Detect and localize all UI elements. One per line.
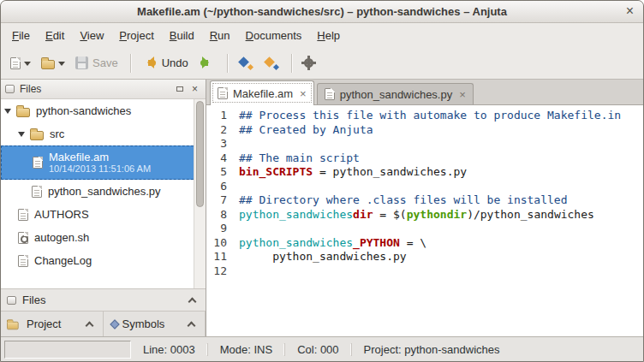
menu-view[interactable]: View — [72, 25, 111, 46]
anjuta-window: Makefile.am (~/python-sandwiches/src) – … — [0, 0, 644, 362]
collapse-up-icon[interactable] — [85, 322, 93, 330]
menu-documents[interactable]: Documents — [238, 25, 310, 46]
code-line[interactable]: 9 — [206, 222, 643, 236]
file-icon — [325, 88, 335, 100]
titlebar[interactable]: Makefile.am (~/python-sandwiches/src) – … — [1, 1, 643, 23]
code-line-text: ## Directory where .class files will be … — [239, 193, 568, 208]
symbols-icon — [110, 319, 119, 329]
code-line[interactable]: 3 — [206, 137, 643, 151]
menu-edit[interactable]: Edit — [38, 25, 72, 46]
line-number: 5 — [206, 165, 239, 180]
dock-tab-symbols[interactable]: Symbols — [104, 312, 206, 336]
toolbar-separator — [130, 54, 131, 73]
status-col: Col: 000 — [284, 343, 350, 356]
tree-item-ChangeLog[interactable]: ChangeLog — [1, 249, 206, 272]
code-line[interactable]: 2## Created by Anjuta — [206, 123, 643, 138]
menu-run[interactable]: Run — [202, 25, 238, 46]
files-dock-label: Files — [22, 294, 45, 306]
dock-tab-label: Project — [27, 317, 61, 330]
expander-icon[interactable] — [18, 132, 25, 140]
preferences-button[interactable] — [298, 53, 319, 73]
open-folder-icon — [41, 60, 55, 69]
tab-label: python_sandwiches.py — [340, 88, 453, 101]
code-line[interactable]: 8python_sandwichesdir = $(pythondir)/pyt… — [206, 208, 643, 223]
detach-icon — [176, 86, 183, 92]
gear-icon — [302, 56, 315, 69]
bottom-dock-tabs: ProjectSymbols — [1, 312, 206, 336]
toolbar-separator — [227, 54, 228, 73]
code-line[interactable]: 6 — [206, 180, 643, 194]
undo-icon — [141, 56, 158, 69]
editor-area: Makefile.am×python_sandwiches.py× 1## Pr… — [206, 80, 643, 336]
menu-build[interactable]: Build — [162, 25, 202, 46]
file-tree-area: python-sandwichessrcMakefile.am10/14/201… — [1, 99, 206, 288]
tab-close-icon[interactable]: × — [459, 88, 466, 101]
progress-area — [4, 341, 131, 359]
window-close-icon[interactable]: × — [626, 3, 634, 20]
open-file-button[interactable] — [37, 54, 69, 73]
collapse-up-icon[interactable] — [188, 298, 197, 306]
project-icon — [7, 321, 19, 329]
tab-close-icon[interactable]: × — [300, 87, 307, 100]
code-line-text: ## Process this file with automake to pr… — [239, 109, 621, 123]
dock-tab-project[interactable]: Project — [1, 312, 104, 336]
toolbar-separator — [291, 54, 292, 73]
new-file-button[interactable] — [6, 54, 35, 73]
folder-icon — [30, 131, 44, 140]
tree-scrollbar-thumb[interactable] — [196, 101, 204, 207]
tab-python_sandwiches.py[interactable]: python_sandwiches.py× — [317, 83, 474, 104]
code-line[interactable]: 10python_sandwiches_PYTHON = \ — [206, 236, 643, 251]
files-dock-bar[interactable]: Files — [1, 288, 206, 312]
line-number: 3 — [206, 137, 239, 151]
code-line[interactable]: 7## Directory where .class files will be… — [206, 193, 643, 208]
navigate-forward-button[interactable] — [259, 53, 283, 74]
line-number: 4 — [206, 151, 239, 166]
tree-item-python-sandwiches[interactable]: python-sandwiches — [1, 99, 206, 122]
main-area: Files × python-sandwichessrcMakefile.am1… — [1, 80, 643, 336]
tree-item-autogen.sh[interactable]: autogen.sh — [1, 226, 206, 249]
save-button[interactable]: Save — [71, 53, 122, 73]
code-line[interactable]: 1## Process this file with automake to p… — [206, 109, 643, 123]
panel-close-button[interactable]: × — [188, 83, 201, 96]
tab-label: Makefile.am — [233, 87, 293, 100]
tab-Makefile.am[interactable]: Makefile.am× — [210, 80, 314, 105]
undo-button[interactable]: Undo — [137, 53, 193, 73]
window-title: Makefile.am (~/python-sandwiches/src) – … — [137, 5, 507, 18]
code-line[interactable]: 5bin_SCRIPTS = python_sandwiches.py — [206, 165, 643, 180]
tree-item-label: python-sandwiches — [36, 104, 131, 117]
code-line-text: ## Created by Anjuta — [239, 123, 373, 138]
redo-button[interactable] — [194, 53, 219, 73]
collapse-up-icon[interactable] — [188, 322, 196, 330]
code-line-text: python_sandwiches_PYTHON = \ — [239, 236, 426, 251]
menu-file[interactable]: File — [4, 25, 38, 46]
menu-help[interactable]: Help — [309, 25, 348, 46]
code-line[interactable]: 4## The main script — [206, 151, 643, 166]
tree-item-label: python_sandwiches.py — [48, 185, 161, 198]
files-panel-header: Files × — [1, 80, 206, 99]
menu-project[interactable]: Project — [111, 25, 161, 46]
toolbar: Save Undo — [1, 47, 643, 80]
tree-item-python_sandwiches.py[interactable]: python_sandwiches.py — [1, 180, 206, 203]
undo-label: Undo — [162, 56, 188, 69]
code-line[interactable]: 11 python_sandwiches.py — [206, 250, 643, 264]
tree-scrollbar[interactable] — [194, 99, 206, 288]
file-icon — [32, 186, 42, 198]
navigate-back-button[interactable] — [234, 53, 258, 74]
file-icon — [33, 157, 43, 169]
line-number: 10 — [206, 236, 239, 251]
document-tabbar: Makefile.am×python_sandwiches.py× — [206, 80, 643, 105]
navigate-back-icon — [238, 56, 253, 70]
tree-item-label: Makefile.am — [49, 151, 151, 164]
folder-icon — [16, 108, 30, 117]
code-editor[interactable]: 1## Process this file with automake to p… — [206, 105, 643, 336]
chevron-down-icon[interactable] — [24, 62, 31, 69]
panel-detach-button[interactable] — [173, 83, 186, 96]
tree-item-Makefile.am[interactable]: Makefile.am10/14/2013 11:51:06 AM — [1, 145, 206, 180]
menubar: FileEditViewProjectBuildRunDocumentsHelp — [1, 23, 643, 47]
code-line[interactable]: 12 — [206, 264, 643, 279]
tree-item-AUTHORS[interactable]: AUTHORS — [1, 203, 206, 226]
line-number: 6 — [206, 180, 239, 194]
tree-item-src[interactable]: src — [1, 122, 206, 145]
expander-icon[interactable] — [4, 109, 11, 117]
chevron-down-icon[interactable] — [58, 62, 65, 69]
